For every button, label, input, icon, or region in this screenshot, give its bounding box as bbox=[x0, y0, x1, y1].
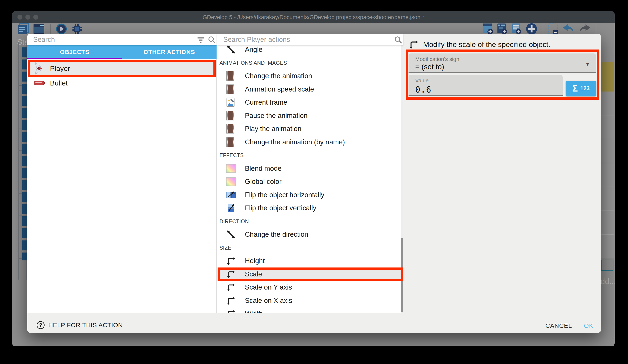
action-label: Scale bbox=[245, 270, 262, 278]
flip-horizontal-icon bbox=[226, 190, 236, 199]
search-icon bbox=[208, 36, 216, 45]
action-row-global-color[interactable]: Global color bbox=[217, 175, 403, 188]
cancel-button[interactable]: CANCEL bbox=[542, 321, 575, 330]
filter-icon[interactable] bbox=[197, 37, 205, 44]
tab-other-actions[interactable]: OTHER ACTIONS bbox=[122, 45, 217, 59]
add-external-events-button[interactable] bbox=[511, 23, 521, 35]
action-label: Scale on Y axis bbox=[245, 283, 292, 291]
object-tabs: OBJECTSOTHER ACTIONS bbox=[27, 45, 217, 59]
action-label: Angle bbox=[245, 46, 262, 54]
film-icon bbox=[226, 71, 235, 81]
screenshot-root: GDevelop 5 - /Users/dkarakay/Documents/G… bbox=[0, 0, 628, 364]
background-add-link-truncated: dd... bbox=[601, 277, 616, 286]
actions-search-input[interactable] bbox=[223, 35, 353, 44]
action-row-scale[interactable]: Scale bbox=[217, 267, 401, 281]
section-label: SIZE bbox=[220, 244, 231, 251]
action-row-height[interactable]: Height bbox=[217, 254, 403, 267]
remove-selection-button[interactable] bbox=[548, 23, 558, 35]
field-label: Value bbox=[415, 77, 429, 84]
action-label: Height bbox=[245, 257, 265, 265]
action-row-pause-the-animation[interactable]: Pause the animation bbox=[217, 109, 403, 122]
remove-selection-icon bbox=[548, 23, 558, 35]
action-row-flip-the-object-vertically[interactable]: Flip the object vertically bbox=[217, 201, 403, 215]
action-row-change-the-direction[interactable]: Change the direction bbox=[217, 228, 403, 241]
redo-icon bbox=[579, 24, 591, 34]
actions-search-row bbox=[217, 34, 403, 45]
action-row-current-frame[interactable]: Current frame bbox=[217, 96, 403, 109]
scale-arrow-icon bbox=[226, 309, 235, 313]
action-label: Current frame bbox=[245, 98, 287, 106]
action-description-title: Modify the scale of the specified object… bbox=[423, 40, 550, 49]
section-label: EFFECTS bbox=[220, 152, 244, 158]
play-icon bbox=[56, 23, 67, 34]
expression-editor-button[interactable]: Σ 123 bbox=[566, 81, 596, 96]
action-row-angle[interactable]: Angle bbox=[217, 45, 403, 56]
question-circle-icon: ? bbox=[37, 321, 45, 329]
modification-sign-select[interactable]: Modification's sign = (set to) ▼ bbox=[408, 54, 596, 73]
search-icon bbox=[394, 36, 402, 45]
scale-arrow-icon bbox=[226, 296, 235, 305]
action-label: Change the animation bbox=[245, 72, 312, 80]
add-circle-button[interactable] bbox=[526, 23, 538, 35]
film-icon bbox=[226, 84, 235, 94]
ok-button[interactable]: OK bbox=[579, 321, 598, 330]
debug-button[interactable] bbox=[72, 23, 83, 35]
toolbar-left bbox=[17, 23, 83, 35]
chevron-down-icon: ▼ bbox=[585, 61, 590, 67]
add-scene-icon bbox=[483, 23, 493, 35]
background-events-rows bbox=[601, 92, 614, 258]
toolbar-divider bbox=[596, 24, 596, 34]
film-icon bbox=[226, 137, 235, 147]
object-row-player[interactable]: Player bbox=[30, 62, 213, 75]
action-row-animation-speed-scale[interactable]: Animation speed scale bbox=[217, 83, 403, 96]
scale-arrow-icon bbox=[408, 40, 418, 50]
scale-arrow-icon bbox=[226, 270, 235, 279]
film-icon bbox=[226, 111, 235, 121]
action-row-play-the-animation[interactable]: Play the animation bbox=[217, 122, 403, 135]
action-label: Play the animation bbox=[245, 125, 302, 133]
toolbar-divider bbox=[50, 24, 51, 34]
action-label: Animation speed scale bbox=[245, 85, 314, 93]
angle-icon bbox=[226, 45, 236, 54]
action-section-header: EFFECTS bbox=[217, 148, 403, 162]
add-external-layout-button[interactable] bbox=[497, 23, 507, 35]
help-button[interactable]: ? HELP FOR THIS ACTION bbox=[37, 321, 123, 329]
field-value: = (set to) bbox=[415, 62, 444, 71]
action-row-scale-on-x-axis[interactable]: Scale on X axis bbox=[217, 294, 403, 307]
action-row-width[interactable]: Width bbox=[217, 307, 403, 313]
action-row-scale-on-y-axis[interactable]: Scale on Y axis bbox=[217, 281, 403, 294]
scene-window-button[interactable] bbox=[33, 24, 45, 34]
action-section-header: SIZE bbox=[217, 241, 403, 254]
gradient-icon bbox=[226, 177, 236, 186]
project-manager-button[interactable] bbox=[17, 23, 29, 35]
objects-search-input[interactable] bbox=[33, 35, 165, 44]
add-external-layout-icon bbox=[497, 23, 507, 35]
actions-list: AngleANIMATIONS AND IMAGESChange the ani… bbox=[217, 45, 403, 313]
action-row-change-the-animation-by-name-[interactable]: Change the animation (by name) bbox=[217, 135, 403, 149]
project-manager-icon bbox=[17, 23, 29, 35]
object-row-bullet[interactable]: Bullet bbox=[30, 77, 213, 89]
toolbar-right bbox=[483, 23, 613, 35]
add-scene-button[interactable] bbox=[483, 23, 493, 35]
tab-objects[interactable]: OBJECTS bbox=[27, 45, 122, 59]
action-row-flip-the-object-horizontally[interactable]: Flip the object horizontally bbox=[217, 188, 403, 202]
angle-icon bbox=[226, 230, 236, 239]
undo-button[interactable] bbox=[562, 24, 574, 34]
redo-button[interactable] bbox=[579, 24, 591, 34]
gradient-icon bbox=[226, 164, 236, 173]
scale-arrow-icon bbox=[226, 283, 235, 292]
play-button[interactable] bbox=[56, 23, 67, 34]
scene-window-icon bbox=[33, 24, 45, 34]
frame-icon bbox=[226, 98, 235, 107]
scale-arrow-icon bbox=[226, 256, 235, 265]
background-selection-outline bbox=[601, 260, 614, 271]
action-label: Scale on X axis bbox=[245, 297, 292, 304]
action-row-blend-mode[interactable]: Blend mode bbox=[217, 162, 403, 175]
action-label: Width bbox=[245, 310, 262, 313]
undo-icon bbox=[562, 24, 574, 34]
action-label: Change the animation (by name) bbox=[245, 138, 345, 146]
actions-scrollbar-thumb[interactable] bbox=[401, 238, 403, 312]
value-input-field[interactable]: Value 0.6 bbox=[408, 75, 563, 96]
object-label: Bullet bbox=[50, 79, 68, 87]
action-row-change-the-animation[interactable]: Change the animation bbox=[217, 69, 403, 83]
